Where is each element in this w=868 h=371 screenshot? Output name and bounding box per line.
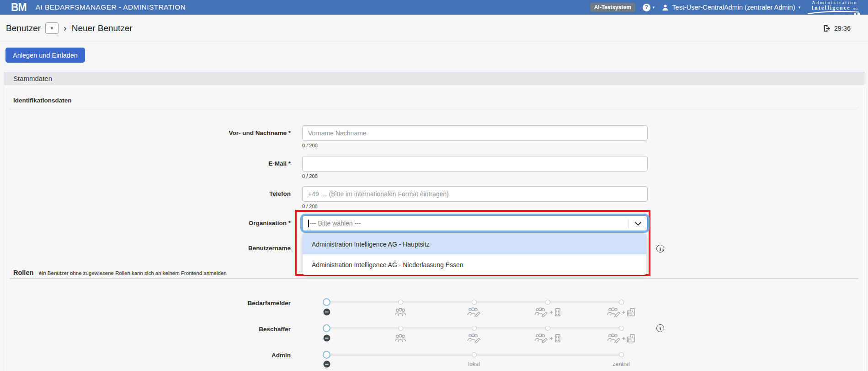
top-bar-right: AI-Testsystem ? ▾ Test-User-CentralAdmin… <box>590 0 863 15</box>
role-level-edit-central-icon: + <box>596 333 646 344</box>
email-field-label: E-Mail * <box>13 160 291 167</box>
session-timer: 29:36 <box>823 15 851 42</box>
bedarfsmelder-slider-handle[interactable] <box>323 298 330 306</box>
combobox-divider <box>628 219 629 228</box>
group-icon <box>394 333 406 343</box>
role-level-none-icon <box>302 359 352 370</box>
roles-heading-row: Rollen ein Benutzer ohne zugewiesene Rol… <box>13 269 227 276</box>
help-menu[interactable]: ? ▾ <box>643 4 655 11</box>
organisation-field-label: Organisation * <box>13 220 291 227</box>
buildings-icon <box>627 308 635 317</box>
user-menu[interactable]: Test-User-CentralAdmin (zentraler Admin)… <box>662 4 800 11</box>
logout-icon[interactable] <box>823 25 831 32</box>
group-icon <box>394 307 406 317</box>
app-logo: BM <box>11 1 27 14</box>
blocked-icon <box>323 360 330 368</box>
role-level-view-icon <box>375 333 426 344</box>
chevron-down-icon[interactable] <box>635 222 641 226</box>
panel-header: Stammdaten <box>4 72 864 85</box>
role-level-none-icon <box>302 333 352 344</box>
group-edit-icon <box>607 307 621 317</box>
building-icon <box>554 334 561 343</box>
username-field-label: Benutzername <box>13 245 291 252</box>
organisation-option-hauptsitz[interactable]: Administration Intelligence AG - Hauptsi… <box>303 234 646 254</box>
breadcrumb-separator: › <box>64 23 67 33</box>
group-edit-icon <box>534 333 548 343</box>
admin-tick-zentral: zentral <box>596 361 646 367</box>
company-logo-line1: Administration <box>812 0 857 5</box>
user-menu-label: Test-User-CentralAdmin (zentraler Admin) <box>672 4 795 11</box>
roles-divider <box>10 278 858 279</box>
page: BM AI BEDARFSMANAGER - ADMINISTRATION AI… <box>0 0 868 371</box>
role-level-edit-icon <box>449 306 499 317</box>
company-logo: Administration Intelligence AG <box>808 0 862 15</box>
beschaffer-slider-label: Beschaffer <box>13 326 291 333</box>
user-icon <box>662 4 669 11</box>
phone-input[interactable] <box>302 186 648 202</box>
panel-title: Stammdaten <box>13 75 52 82</box>
chevron-down-icon: ▾ <box>653 5 655 10</box>
group-edit-icon <box>534 307 548 317</box>
bedarfsmelder-slider-stop[interactable] <box>619 300 624 305</box>
role-level-edit-org-icon: + <box>522 333 573 344</box>
plus-icon: + <box>549 335 553 341</box>
beschaffer-slider-stop[interactable] <box>472 326 477 331</box>
email-input[interactable] <box>302 156 648 172</box>
plus-icon: + <box>622 309 626 315</box>
beschaffer-slider-stop[interactable] <box>619 326 624 331</box>
admin-tick-lokal: lokal <box>449 361 499 367</box>
page-title: Neuer Benutzer <box>72 23 133 33</box>
breadcrumb-dropdown-button[interactable]: ▾ <box>45 22 59 34</box>
admin-slider-stop[interactable] <box>472 352 477 357</box>
create-and-invite-button[interactable]: Anlegen und Einladen <box>5 48 85 63</box>
organisation-option-niederlassung-essen[interactable]: Administration Intelligence AG - Niederl… <box>303 254 646 275</box>
chevron-down-icon: ▾ <box>51 26 53 31</box>
roles-title: Rollen <box>13 269 33 276</box>
organisation-dropdown-list: Administration Intelligence AG - Hauptsi… <box>302 233 647 275</box>
plus-icon: + <box>622 335 626 341</box>
help-icon[interactable]: ? <box>643 4 650 11</box>
breadcrumb: Benutzer ▾ › Neuer Benutzer 29:36 <box>0 15 868 42</box>
company-logo-line2: Intelligence AG <box>811 5 858 11</box>
blocked-icon <box>323 334 330 342</box>
admin-slider-stop[interactable] <box>619 352 624 357</box>
blocked-icon <box>323 308 330 316</box>
phone-char-counter: 0 / 200 <box>302 204 318 209</box>
role-level-view-icon <box>375 306 426 317</box>
organisation-combobox[interactable]: --- Bitte wählen --- <box>302 215 648 231</box>
breadcrumb-root-link[interactable]: Benutzer <box>6 23 41 33</box>
beschaffer-slider-stop[interactable] <box>398 326 403 331</box>
building-icon <box>554 308 561 317</box>
name-field-label: Vor- und Nachname * <box>13 129 291 137</box>
section-heading: Identifikationsdaten <box>13 97 72 104</box>
roles-hint: ein Benutzer ohne zugewiesene Rollen kan… <box>39 270 226 276</box>
email-char-counter: 0 / 200 <box>302 173 318 179</box>
organisation-placeholder: --- Bitte wählen --- <box>310 220 361 227</box>
admin-slider-handle[interactable] <box>323 351 330 359</box>
role-level-none-icon <box>302 306 352 317</box>
bedarfsmelder-slider-stop[interactable] <box>545 300 550 305</box>
section-divider <box>10 109 858 109</box>
bedarfsmelder-slider-label: Bedarfsmelder <box>13 300 291 307</box>
beschaffer-slider-stop[interactable] <box>545 326 550 331</box>
phone-field-label: Telefon <box>13 190 291 198</box>
group-edit-icon <box>467 333 481 343</box>
name-input[interactable] <box>302 125 648 141</box>
chevron-down-icon: ▾ <box>798 5 800 10</box>
beschaffer-slider-handle[interactable] <box>323 324 330 332</box>
text-cursor <box>308 220 309 227</box>
username-info-icon[interactable]: i <box>656 245 664 253</box>
bedarfsmelder-slider-stop[interactable] <box>398 300 403 305</box>
group-edit-icon <box>467 307 481 317</box>
admin-slider-label: Admin <box>13 352 291 359</box>
role-level-edit-central-icon: + <box>596 306 646 317</box>
role-level-edit-icon <box>449 333 499 344</box>
app-title: AI BEDARFSMANAGER - ADMINISTRATION <box>36 3 186 11</box>
environment-badge: AI-Testsystem <box>590 3 635 12</box>
beschaffer-info-icon[interactable]: i <box>656 324 664 332</box>
top-bar: BM AI BEDARFSMANAGER - ADMINISTRATION AI… <box>0 0 868 15</box>
plus-icon: + <box>549 309 553 315</box>
stammdaten-panel: Stammdaten Identifikationsdaten Vor- und… <box>4 72 864 371</box>
bedarfsmelder-slider-stop[interactable] <box>472 300 477 305</box>
buildings-icon <box>627 334 635 343</box>
